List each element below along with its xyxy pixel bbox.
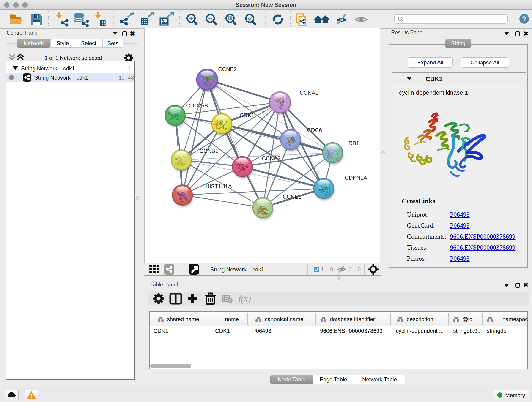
svg-text:String Network – cdk1: String Network – cdk1 [21, 65, 75, 71]
svg-text:CCNE1: CCNE1 [283, 194, 301, 200]
svg-text:1: 1 [128, 65, 131, 71]
svg-text:CDKN1A: CDKN1A [345, 175, 367, 181]
svg-text:CDK1: CDK1 [240, 112, 254, 118]
svg-text:RB1: RB1 [348, 140, 359, 146]
svg-text:description: description [407, 316, 433, 322]
svg-text:CCNB1: CCNB1 [200, 148, 218, 154]
svg-text:CDC6: CDC6 [307, 127, 322, 133]
svg-text:shared name: shared name [167, 316, 199, 322]
svg-text:canonical name: canonical name [265, 316, 303, 322]
svg-text:0 – 0: 0 – 0 [348, 266, 361, 273]
svg-text:CCNB2: CCNB2 [218, 66, 237, 72]
svg-text:HIST1H1A: HIST1H1A [206, 183, 232, 189]
svg-text:CCNA2: CCNA2 [262, 155, 280, 161]
svg-text:48: 48 [128, 75, 134, 81]
svg-text:database identifier: database identifier [330, 316, 375, 322]
svg-text:@id: @id [462, 316, 472, 322]
svg-text:1 of 1 Network selected: 1 of 1 Network selected [45, 55, 102, 61]
svg-text:f(x): f(x) [238, 294, 251, 304]
svg-text:CDC25B: CDC25B [186, 102, 208, 109]
svg-text:String Network – cdk1: String Network – cdk1 [210, 266, 264, 273]
svg-text:11: 11 [119, 75, 124, 81]
svg-text:String Network – cdk1: String Network – cdk1 [34, 75, 88, 81]
svg-text:namespace: namespace [502, 316, 528, 322]
svg-text:?: ? [522, 15, 526, 23]
svg-text:name: name [225, 316, 239, 322]
svg-text:CCNA1: CCNA1 [300, 89, 318, 96]
svg-text:1 – 0: 1 – 0 [321, 266, 333, 273]
